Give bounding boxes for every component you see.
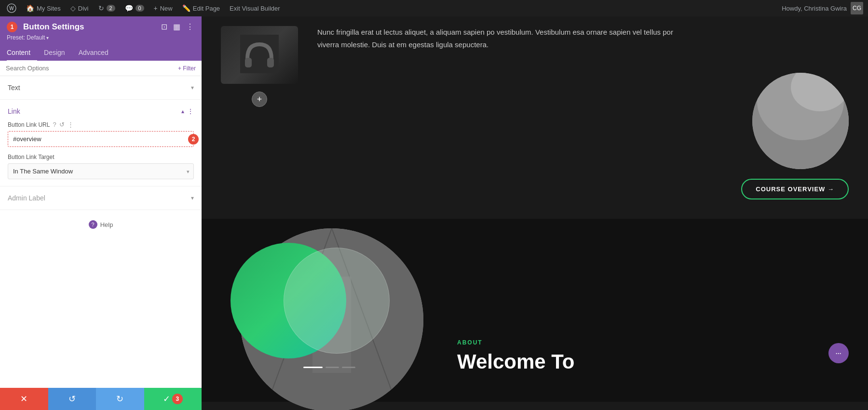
help-circle-icon: ? <box>89 220 97 229</box>
preview-section-1: + Nunc fringilla erat ut lectus aliquet,… <box>202 16 868 219</box>
link-more-icon[interactable]: ⋮ <box>187 107 194 115</box>
panel-header-icons: ⊡ ▦ ⋮ <box>160 21 195 32</box>
columns-icon[interactable]: ▦ <box>172 21 181 32</box>
text-chevron-icon: ▾ <box>191 84 194 91</box>
wp-logo-icon[interactable]: W <box>5 1 18 15</box>
new-menu[interactable]: + New <box>150 0 176 16</box>
button-link-target-field: Button Link Target In The Same Window In… <box>8 154 194 179</box>
text-section-header[interactable]: Text ▾ <box>0 76 202 99</box>
admin-label-section: Admin Label ▾ <box>0 186 202 210</box>
link-target-select-wrapper: In The Same Window In A New Window ▾ <box>8 163 194 179</box>
button-link-url-label: Button Link URL ? ↺ ⋮ <box>8 121 194 128</box>
filter-button[interactable]: + Filter <box>178 65 196 72</box>
text-section: Text ▾ <box>0 76 202 100</box>
preview-right-col: COURSE OVERVIEW → <box>704 26 849 199</box>
course-overview-button[interactable]: COURSE OVERVIEW → <box>741 179 849 199</box>
comment-icon: 💬 <box>125 4 133 12</box>
url-help-icon[interactable]: ? <box>53 121 56 128</box>
confirm-button[interactable]: ✓ 3 <box>144 388 202 410</box>
expand-icon[interactable]: ⊡ <box>160 21 168 32</box>
body-text: Nunc fringilla erat ut lectus aliquet, a… <box>317 26 685 51</box>
panel-header: 1 Button Settings ⊡ ▦ ⋮ Preset: Default … <box>0 16 202 61</box>
link-target-select[interactable]: In The Same Window In A New Window <box>8 164 193 179</box>
carousel-dot-3[interactable] <box>342 367 355 368</box>
about-label: ABOUT <box>457 339 849 346</box>
floating-menu-button[interactable]: ●●● <box>828 343 849 363</box>
link-section-header: Link ▴ ⋮ <box>8 100 194 121</box>
divi-menu[interactable]: ◇ Divi <box>67 0 93 16</box>
tab-advanced[interactable]: Advanced <box>72 45 115 61</box>
more-options-icon[interactable]: ⋮ <box>185 21 195 32</box>
panel-footer: ✕ ↺ ↻ ✓ 3 <box>0 388 202 410</box>
headphone-image <box>221 26 298 84</box>
undo-button[interactable]: ↺ <box>48 388 96 410</box>
link-section-title: Link <box>8 107 20 115</box>
exit-builder-menu[interactable]: Exit Visual Builder <box>226 0 284 16</box>
admin-label-header[interactable]: Admin Label ▾ <box>0 186 202 210</box>
avatar: CG <box>851 2 863 14</box>
url-input-wrapper: 2 <box>8 131 194 147</box>
link-section: Link ▴ ⋮ Button Link URL ? ↺ ⋮ <box>0 100 202 186</box>
preview-center-col: Nunc fringilla erat ut lectus aliquet, a… <box>317 26 685 199</box>
divi-icon: ◇ <box>70 4 76 12</box>
step-badge-2: 2 <box>188 134 199 145</box>
carousel-dot-1[interactable] <box>303 367 323 368</box>
user-info: Howdy, Christina Gwira CG <box>782 2 863 14</box>
carousel-dot-2[interactable] <box>326 367 339 368</box>
cancel-button[interactable]: ✕ <box>0 388 48 410</box>
add-content-button[interactable]: + <box>252 92 267 107</box>
house-icon: 🏠 <box>26 4 34 12</box>
page-preview: + Nunc fringilla erat ut lectus aliquet,… <box>202 16 868 410</box>
button-link-url-field: Button Link URL ? ↺ ⋮ 2 <box>8 121 194 147</box>
text-section-title: Text <box>8 84 20 92</box>
panel-body: Text ▾ Link ▴ ⋮ <box>0 76 202 388</box>
sync-icon: ↻ <box>98 4 104 12</box>
plus-icon: + <box>154 4 158 12</box>
preview-circles-col <box>221 233 438 383</box>
button-link-target-label: Button Link Target <box>8 154 194 160</box>
search-input[interactable] <box>6 65 178 72</box>
url-reset-icon[interactable]: ↺ <box>59 121 65 128</box>
panel-title: Button Settings <box>23 22 84 32</box>
svg-rect-3 <box>245 58 252 67</box>
help-section: ? Help <box>0 210 202 238</box>
tab-design[interactable]: Design <box>37 45 72 61</box>
svg-text:W: W <box>9 6 14 11</box>
overlay-circle <box>284 248 390 354</box>
preview-section-2: ABOUT Welcome To ●●● <box>202 219 868 402</box>
comments-menu[interactable]: 💬 0 <box>121 0 148 16</box>
pencil-icon: ✏️ <box>182 4 190 12</box>
svg-rect-4 <box>267 58 274 67</box>
settings-panel: 1 Button Settings ⊡ ▦ ⋮ Preset: Default … <box>0 16 202 410</box>
search-bar: + Filter <box>0 61 202 76</box>
admin-label-chevron-icon: ▾ <box>191 195 194 201</box>
link-chevron-icon[interactable]: ▴ <box>181 108 184 115</box>
preset-label[interactable]: Preset: Default <box>7 34 195 41</box>
admin-label-title: Admin Label <box>8 194 45 202</box>
carousel-dots <box>303 367 355 368</box>
redo-button[interactable]: ↻ <box>96 388 144 410</box>
step-badge-1: 1 <box>7 22 17 32</box>
wp-admin-bar: W 🏠 My Sites ◇ Divi ↻ 2 💬 0 + New ✏️ Edi… <box>0 0 868 16</box>
tab-content[interactable]: Content <box>7 45 37 61</box>
preview-right-text: ABOUT Welcome To <box>457 233 849 383</box>
preview-left-col: + <box>221 26 298 199</box>
url-input[interactable] <box>8 132 193 146</box>
help-button[interactable]: ? Help <box>89 220 113 229</box>
sync-menu[interactable]: ↻ 2 <box>95 0 119 16</box>
panel-tabs: Content Design Advanced <box>0 45 202 61</box>
url-more-icon[interactable]: ⋮ <box>68 121 74 128</box>
circle-image <box>752 73 849 169</box>
edit-page-menu[interactable]: ✏️ Edit Page <box>178 0 224 16</box>
step-badge-3: 3 <box>172 394 183 404</box>
my-sites-menu[interactable]: 🏠 My Sites <box>22 0 65 16</box>
welcome-heading: Welcome To <box>457 351 849 373</box>
